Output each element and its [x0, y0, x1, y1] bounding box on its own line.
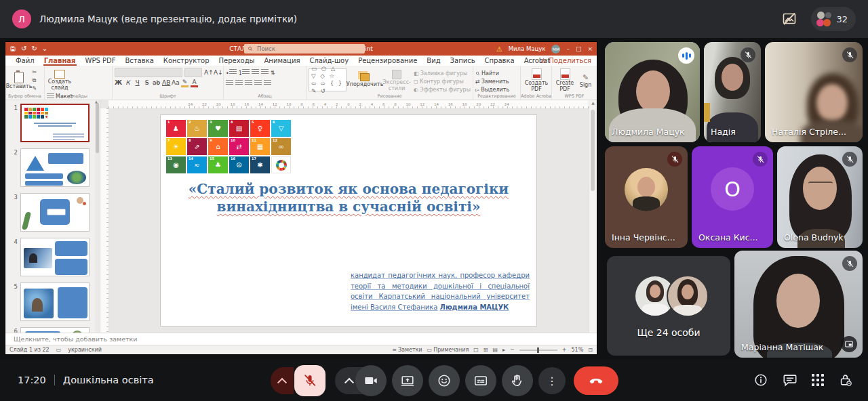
normal-view-icon[interactable]: □ — [473, 347, 479, 353]
picture-in-picture-button[interactable] — [841, 336, 857, 352]
vertical-ruler[interactable] — [100, 108, 109, 333]
ribbon-tab[interactable]: Рецензирование — [353, 56, 422, 66]
ribbon-tab[interactable]: Запись — [446, 56, 480, 66]
host-controls-lock-icon[interactable] — [838, 373, 853, 387]
slide-thumbnail[interactable]: 2 — [7, 148, 100, 187]
account-name[interactable]: Мила Мацук — [509, 45, 546, 52]
new-slide-button[interactable]: Создать слайд — [47, 68, 73, 93]
italic-button[interactable]: К — [124, 79, 132, 86]
participant-tile[interactable]: Наталія Стріле... — [765, 42, 863, 142]
close-button[interactable]: × — [587, 46, 593, 52]
participant-tile[interactable]: О Оксана Кис... — [692, 146, 773, 248]
columns-button[interactable] — [264, 80, 271, 87]
zoom-in-icon[interactable]: + — [562, 347, 567, 353]
justify-button[interactable] — [254, 80, 262, 87]
mic-options-chevron[interactable] — [271, 367, 294, 394]
wps-create-pdf-button[interactable]: Create PDF — [554, 68, 576, 93]
slide-sorter-icon[interactable]: ⊞ — [484, 347, 488, 353]
ribbon-tab[interactable]: Файл — [11, 56, 39, 66]
ribbon-tab[interactable]: Вид — [422, 56, 445, 66]
create-pdf-acrobat-button[interactable]: Создать PDF — [523, 68, 550, 93]
bold-button[interactable]: Ж — [115, 79, 122, 86]
save-icon[interactable] — [9, 45, 16, 52]
shapes-gallery[interactable]: ▭ ○ △ ▽ ◇ ☆ ⇦ ⇨ { } ✎ ↺ — [309, 68, 347, 91]
redo-icon[interactable]: ↻ — [31, 45, 37, 52]
zoom-slider[interactable] — [519, 350, 557, 351]
participant-tile[interactable]: Olena Budnyk — [777, 146, 863, 248]
thumbnail-scrollbar[interactable] — [95, 100, 100, 333]
backgrounds-off-button[interactable] — [777, 9, 802, 29]
font-name-select[interactable] — [115, 68, 182, 77]
bullets-button[interactable]: • — [226, 69, 237, 77]
qat-more-icon[interactable]: ⌄ — [42, 45, 47, 52]
editor-scrollbar[interactable]: ▲ — [589, 100, 597, 333]
notes-toggle[interactable]: ≡ Заметки — [392, 346, 422, 354]
shape-effects-button[interactable]: ◐ Эффекты фигуры — [414, 86, 471, 93]
slideshow-icon[interactable]: ▸ — [502, 347, 505, 353]
leave-call-button[interactable] — [574, 366, 618, 395]
restore-button[interactable]: □ — [576, 46, 582, 52]
underline-button[interactable]: Ч — [134, 79, 141, 86]
replace-button[interactable]: ⇄ Заменить — [475, 78, 509, 85]
arrange-button[interactable]: Упорядочить — [350, 68, 380, 93]
highlight-color-button[interactable]: ✎ — [181, 79, 189, 87]
line-spacing-button[interactable]: ⇅ — [271, 70, 275, 76]
slide-thumbnail[interactable]: 3 — [7, 193, 100, 232]
camera-toggle[interactable] — [355, 365, 387, 396]
minimize-button[interactable]: – — [566, 46, 570, 52]
slide-credit-text[interactable]: кандидат педагогічних наук, професор каф… — [351, 270, 530, 312]
paste-button[interactable]: Вставить — [7, 68, 31, 93]
wps-sign-button[interactable]: ✎ Sign — [578, 69, 594, 93]
ribbon-tab[interactable]: Главная — [39, 56, 81, 66]
align-center-button[interactable] — [235, 80, 243, 87]
reactions-button[interactable] — [429, 365, 460, 396]
ppt-search-box[interactable] — [244, 44, 365, 54]
raise-hand-button[interactable] — [502, 365, 533, 396]
undo-icon[interactable]: ↺ — [21, 45, 26, 52]
slide-thumbnail[interactable]: 5 — [7, 282, 100, 321]
participants-pill[interactable]: 32 — [811, 7, 856, 31]
ribbon-tab[interactable]: Анимация — [260, 56, 305, 66]
shadow-button[interactable]: ab — [153, 79, 160, 86]
slide-thumbnail[interactable]: 4 — [7, 238, 100, 276]
slide-thumbnail[interactable]: 6 — [7, 327, 100, 333]
font-size-select[interactable] — [184, 68, 202, 77]
increase-indent-button[interactable] — [261, 69, 269, 77]
account-avatar[interactable]: ММ — [551, 45, 560, 54]
microphone-toggle-muted[interactable] — [294, 365, 326, 396]
slide-thumbnail[interactable]: 1 — [7, 104, 100, 142]
ribbon-tab[interactable]: WPS PDF — [81, 56, 121, 66]
align-right-button[interactable] — [245, 80, 252, 87]
slide-title[interactable]: «Сталий розвиток як основа педагогіки ви… — [172, 180, 526, 216]
char-spacing-button[interactable]: АВ — [162, 79, 170, 86]
font-color-button[interactable]: А — [191, 79, 198, 87]
chat-icon[interactable] — [783, 373, 797, 387]
zoom-level[interactable]: 51% — [572, 347, 584, 353]
ribbon-tab[interactable]: Справка — [480, 56, 519, 66]
cut-button[interactable]: ✂ — [33, 68, 37, 76]
slide-canvas[interactable]: 1♟2♨3♥4▤5♀6▽7☀8⇗9⌂10⇄11▦12∞13◉14≈15♣16☮1… — [160, 114, 537, 326]
participant-tile[interactable]: Інна Червінс... — [605, 146, 688, 248]
horizontal-ruler[interactable]: 24 22 20 18 16 14 12 10 8 6 4 2 0 2 4 6 … — [108, 100, 589, 109]
comments-toggle[interactable]: ▭ Примечания — [427, 346, 469, 354]
fit-slide-icon[interactable]: ⊡ — [588, 347, 593, 353]
more-options-button[interactable]: ⋮ — [538, 367, 566, 394]
ribbon-tab[interactable]: Слайд-шоу — [304, 56, 353, 66]
change-case-button[interactable]: Аа — [172, 79, 179, 86]
find-button[interactable]: Найти — [475, 70, 509, 77]
grow-font-button[interactable]: А↑ — [204, 69, 212, 76]
notes-pane[interactable]: Щелкните, чтобы добавить заметки — [5, 333, 597, 345]
ribbon-tab[interactable]: Конструктор — [159, 56, 214, 66]
reading-view-icon[interactable]: ▤ — [493, 347, 498, 353]
align-left-button[interactable] — [226, 80, 233, 87]
ribbon-tab[interactable]: Переходы — [214, 56, 260, 66]
shape-outline-button[interactable]: ◻ Контур фигуры — [414, 78, 471, 85]
present-screen-button[interactable] — [392, 365, 423, 396]
language-indicator[interactable]: украинский — [68, 347, 102, 353]
meeting-details-icon[interactable] — [753, 373, 768, 387]
select-button[interactable]: ▻ Выделить — [475, 86, 509, 93]
captions-button[interactable] — [465, 365, 496, 396]
participant-tile[interactable]: Людмила Мацук — [605, 42, 700, 142]
strikethrough-button[interactable]: S — [143, 79, 151, 86]
copy-button[interactable]: ⧉ — [33, 77, 37, 84]
